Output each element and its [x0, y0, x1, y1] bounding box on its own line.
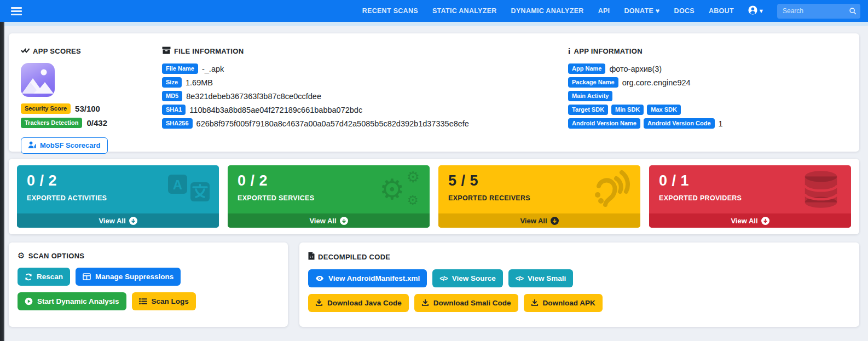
action-button[interactable]: </> View Smali — [508, 269, 574, 287]
file-info-badge: SHA1 — [162, 105, 186, 115]
nav-link[interactable]: DONATE ♥ — [624, 7, 659, 15]
action-button[interactable]: Download Smali Code — [414, 294, 518, 312]
action-button[interactable]: View AndroidManifest.xml — [308, 269, 427, 287]
file-info-value: 1.69MB — [186, 78, 213, 87]
main-content: APP SCORES Security Score 53/100 Tracker… — [4, 26, 868, 341]
app-information-section: i APP INFORMATION App Name фото-архив(3) — [568, 47, 850, 141]
app-icon — [21, 63, 55, 97]
circle-arrow-down-icon — [129, 217, 137, 225]
action-button[interactable]: Manage Suppressions — [76, 268, 181, 286]
window-left-edge — [0, 22, 4, 341]
file-info-row: MD5 8e321debeb367363f3b87c8ce0ccfdee — [162, 91, 568, 101]
file-info-row: File Name -_.apk — [162, 63, 568, 74]
security-score-value: 53/100 — [75, 104, 100, 113]
nav-link[interactable]: STATIC ANALYZER — [432, 7, 497, 15]
view-all-button[interactable]: View All — [438, 213, 640, 228]
mountain-photo-icon — [21, 63, 55, 97]
action-button[interactable]: Download Java Code — [308, 294, 409, 312]
file-information-title: FILE INFORMATION — [162, 47, 568, 56]
app-info-value: 1 — [719, 119, 723, 128]
stat-card: 5 / 5 EXPORTED RECEIVERS View All — [438, 165, 640, 228]
download-icon — [421, 299, 429, 307]
svg-text:A: A — [173, 177, 182, 192]
code-icon: </> — [516, 275, 523, 282]
exported-components-card: 0 / 2 EXPORTED ACTIVITIES A View All — [9, 159, 859, 234]
file-information-section: FILE INFORMATION File Name -_.apk Size 1… — [162, 47, 568, 141]
sync-icon — [25, 273, 32, 281]
mobsf-static-analyzer-page: RECENT SCANSSTATIC ANALYZERDYNAMIC ANALY… — [0, 0, 868, 341]
app-info-row: App Name фото-архив(3) — [568, 63, 850, 74]
file-info-value: 110b84b3a8bd85ae04f272189c661babba072bdc — [189, 106, 362, 114]
app-scores-section: APP SCORES Security Score 53/100 Tracker… — [21, 47, 162, 141]
ear-icon — [589, 170, 632, 209]
view-all-button[interactable]: View All — [649, 213, 851, 228]
app-info-badge: Android Version Code — [644, 118, 715, 129]
archive-box-icon — [162, 47, 171, 56]
navbar-shadow-strip — [0, 22, 868, 26]
top-navbar: RECENT SCANSSTATIC ANALYZERDYNAMIC ANALY… — [0, 0, 868, 22]
app-info-value: org.core.engine924 — [622, 78, 691, 87]
gear-icon: ⚙ — [18, 252, 25, 260]
circle-arrow-down-icon — [340, 217, 348, 225]
download-icon — [315, 299, 323, 307]
cogs-icon: ⚙⚙⚙ — [378, 170, 421, 209]
decompiled-code-section: DECOMPILED CODE View AndroidManifest.xml — [299, 242, 859, 327]
app-information-title: i APP INFORMATION — [568, 47, 850, 56]
table-icon — [83, 273, 91, 280]
database-icon — [800, 170, 842, 209]
user-icon — [748, 5, 757, 17]
file-info-badge: SHA256 — [162, 118, 193, 129]
file-info-row: SHA256 626b8f975f005f79180a8c4637a00a0a5… — [162, 118, 568, 129]
view-all-button[interactable]: View All — [228, 213, 430, 228]
hamburger-menu-button[interactable] — [11, 7, 22, 15]
file-info-value: -_.apk — [202, 65, 224, 73]
nav-link[interactable]: RECENT SCANS — [362, 7, 418, 15]
app-info-row: Android Version NameAndroid Version Code… — [568, 118, 850, 129]
action-button[interactable]: </> View Source — [432, 269, 502, 287]
file-info-row: SHA1 110b84b3a8bd85ae04f272189c661babba0… — [162, 105, 568, 115]
code-icon: </> — [439, 275, 447, 282]
action-button[interactable]: Scan Logs — [132, 292, 196, 310]
action-button[interactable]: Download APK — [524, 294, 603, 312]
app-info-badge: Min SDK — [611, 105, 644, 115]
decompiled-code-title: DECOMPILED CODE — [308, 252, 850, 262]
app-info-row: Package Name org.core.engine924 — [568, 77, 850, 88]
nav-link[interactable]: DOCS — [674, 7, 695, 15]
app-info-badge: Target SDK — [568, 105, 608, 115]
user-menu[interactable]: ▼ — [748, 5, 763, 17]
app-info-badge: Max SDK — [647, 105, 681, 115]
circle-arrow-down-icon — [551, 217, 559, 225]
app-info-badge: Package Name — [568, 77, 618, 88]
stat-card: 0 / 1 EXPORTED PROVIDERS View All — [649, 165, 851, 228]
action-button[interactable]: Start Dynamic Analysis — [18, 292, 126, 310]
stat-card: 0 / 2 EXPORTED ACTIVITIES A View All — [17, 165, 219, 228]
app-scores-title: APP SCORES — [21, 47, 162, 55]
nav-link[interactable]: DYNAMIC ANALYZER — [511, 7, 584, 15]
app-info-badge: App Name — [568, 63, 605, 74]
nav-link[interactable]: API — [598, 7, 610, 15]
trackers-detection-badge: Trackers Detection — [21, 118, 82, 128]
file-info-badge: Size — [162, 77, 182, 88]
app-info-badge: Android Version Name — [568, 118, 640, 129]
play-circle-icon — [25, 297, 33, 305]
app-info-value: фото-архив(3) — [609, 65, 662, 73]
file-info-value: 8e321debeb367363f3b87c8ce0ccfdee — [186, 92, 321, 101]
search-icon[interactable] — [849, 7, 857, 17]
mobsf-scorecard-button[interactable]: MobSF Scorecard — [21, 137, 108, 154]
trackers-detection-value: 0/432 — [86, 118, 107, 128]
view-all-button[interactable]: View All — [17, 213, 219, 228]
info-icon: i — [568, 47, 570, 56]
circle-arrow-down-icon — [761, 217, 769, 225]
user-chart-icon — [28, 141, 36, 150]
file-info-badge: File Name — [162, 63, 198, 74]
file-info-value: 626b8f975f005f79180a8c4637a00a0a57d42a50… — [196, 119, 469, 128]
app-info-badge: Main Activity — [568, 91, 612, 101]
list-icon — [139, 298, 147, 305]
file-info-badge: MD5 — [162, 91, 182, 101]
nav-link[interactable]: ABOUT — [709, 7, 734, 15]
action-button[interactable]: Rescan — [18, 268, 70, 286]
summary-card: APP SCORES Security Score 53/100 Tracker… — [9, 33, 859, 152]
security-score-badge: Security Score — [21, 103, 71, 114]
file-code-icon — [308, 252, 315, 262]
search-input[interactable] — [777, 4, 860, 19]
